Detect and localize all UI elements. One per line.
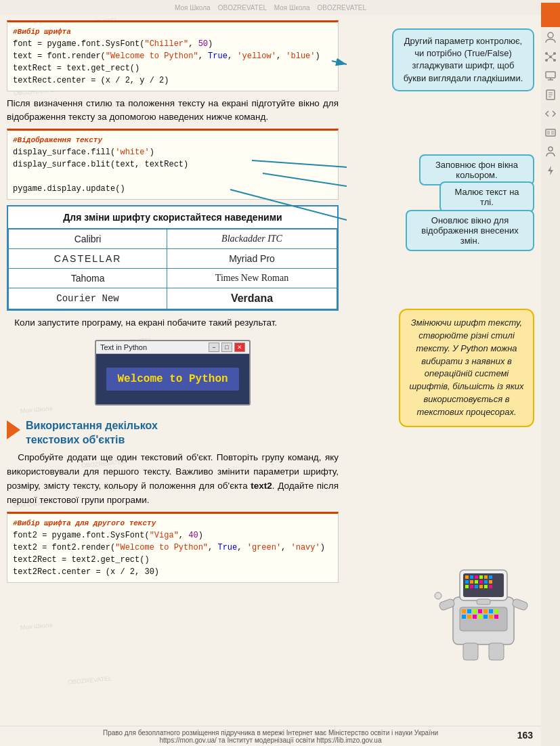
svg-point-20: [548, 147, 553, 151]
code-block-2-line-3: [13, 171, 332, 183]
code-block-3-line-2: text2 = font2.render("Welcome to Python"…: [13, 542, 332, 554]
table-cell: Blackadder ITC: [167, 229, 337, 248]
bold-text2: text2: [251, 481, 272, 491]
window-close-btn[interactable]: ✕: [234, 343, 245, 352]
code-block-1-line-1: font = pygame.font.SysFont("Chiller", 50…: [13, 38, 332, 50]
heading-arrow-icon: [7, 420, 20, 439]
svg-line-7: [551, 53, 555, 57]
table-cell: Calibri: [9, 229, 167, 248]
section-heading-text: Використання декількох текстових об'єкті…: [26, 419, 158, 447]
table-row: Calibri Blackadder ITC: [9, 229, 337, 248]
footer: Право для безоплатного розміщення підруч…: [0, 726, 541, 746]
sidebar-book-icon: [542, 87, 559, 103]
svg-rect-10: [546, 72, 555, 78]
table-cell: CASTELLAR: [9, 248, 167, 268]
window-minimize-btn[interactable]: −: [209, 343, 219, 352]
window-title: Text in Python: [100, 343, 147, 351]
paragraph-run-result: Коли запустите програму, на екрані побач…: [7, 316, 339, 330]
window-screenshot: Text in Python − □ ✕ Welcome to Python: [95, 340, 251, 405]
sidebar-filmstrip-icon: [542, 125, 559, 141]
code-block-1-line-4: textRect.center = (x / 2, y / 2): [13, 74, 332, 87]
table-row: Tahoma Times New Roman: [9, 268, 337, 288]
paragraph-2: Спробуйте додати ще один текстовий об'єк…: [7, 451, 339, 508]
top-bar: Моя Школа OBOZREVATEL Моя Школа OBOZREVA…: [0, 0, 541, 15]
window-body: Welcome to Python: [96, 354, 249, 404]
code-block-2: #Відображення тексту display_surface.fil…: [7, 129, 339, 200]
page-number: 163: [517, 730, 533, 741]
code-block-2-title: #Відображення тексту: [13, 135, 332, 146]
code-block-3-line-3: text2Rect = text2.get_rect(): [13, 554, 332, 566]
code-block-1-line-3: textRect = text.get_rect(): [13, 62, 332, 74]
svg-point-0: [548, 32, 553, 38]
code-block-2-line-2: display_surface.blit(text, textRect): [13, 158, 332, 171]
window-text-display: Welcome to Python: [106, 368, 238, 391]
code-block-2-line-1: display_surface.fill('white'): [13, 146, 332, 158]
svg-line-8: [546, 57, 551, 60]
svg-marker-21: [548, 166, 553, 175]
code-block-2-line-4: pygame.display.update(): [13, 183, 332, 195]
code-block-3-title: #Вибір шрифта для другого тексту: [13, 518, 332, 529]
footer-line-2: https://mon.gov.ua/ та Інститут модерніз…: [160, 737, 382, 744]
window-titlebar: Text in Python − □ ✕: [96, 341, 249, 354]
table-row: CASTELLAR Myriad Pro: [9, 248, 337, 268]
sidebar-lightning-icon: [542, 162, 559, 179]
svg-rect-18: [547, 131, 550, 135]
table-cell: Times New Roman: [167, 268, 337, 288]
svg-line-6: [546, 53, 551, 57]
sidebar-nodes-icon: [542, 49, 559, 65]
font-table: Calibri Blackadder ITC CASTELLAR Myriad …: [8, 229, 337, 309]
code-block-3-line-4: text2Rect.center = (x / 2, 30): [13, 566, 332, 578]
footer-line-1: Право для безоплатного розміщення підруч…: [103, 729, 438, 737]
table-cell: Courier New: [9, 288, 167, 309]
sidebar-person-icon: [542, 30, 559, 46]
sidebar-monitor-icon: [542, 68, 559, 84]
paragraph-1: Після визначення стилю та положення текс…: [7, 97, 339, 125]
table-cell: Myriad Pro: [167, 248, 337, 268]
window-container: Text in Python − □ ✕ Welcome to Python: [7, 334, 339, 411]
font-table-container: Для зміни шрифту скористайтеся наведеним…: [7, 205, 339, 311]
table-row: Courier New Verdana: [9, 288, 337, 309]
top-bar-text: Моя Школа OBOZREVATEL Моя Школа OBOZREVA…: [175, 4, 366, 12]
table-cell: Verdana: [167, 288, 337, 309]
sidebar-person2-icon: [542, 144, 559, 160]
sidebar-brand-icon: [541, 3, 560, 27]
code-block-1: #Вибір шрифта font = pygame.font.SysFont…: [7, 20, 339, 91]
code-block-1-line-2: text = font.render("Welcome to Python", …: [13, 50, 332, 62]
right-sidebar: [541, 0, 560, 746]
window-maximize-btn[interactable]: □: [221, 343, 232, 352]
code-block-3: #Вибір шрифта для другого тексту font2 =…: [7, 512, 339, 583]
svg-rect-19: [551, 131, 554, 135]
sidebar-code-icon: [542, 106, 559, 122]
section-heading: Використання декількох текстових об'єкті…: [7, 419, 339, 447]
svg-line-9: [551, 57, 555, 60]
code-block-3-line-1: font2 = pygame.font.SysFont("Viga", 40): [13, 529, 332, 542]
code-block-1-title: #Вибір шрифта: [13, 26, 332, 38]
main-content: #Вибір шрифта font = pygame.font.SysFont…: [0, 15, 541, 726]
font-table-header: Для зміни шрифту скористайтеся наведеним…: [8, 206, 337, 229]
window-buttons: − □ ✕: [209, 343, 245, 352]
table-cell: Tahoma: [9, 268, 167, 288]
